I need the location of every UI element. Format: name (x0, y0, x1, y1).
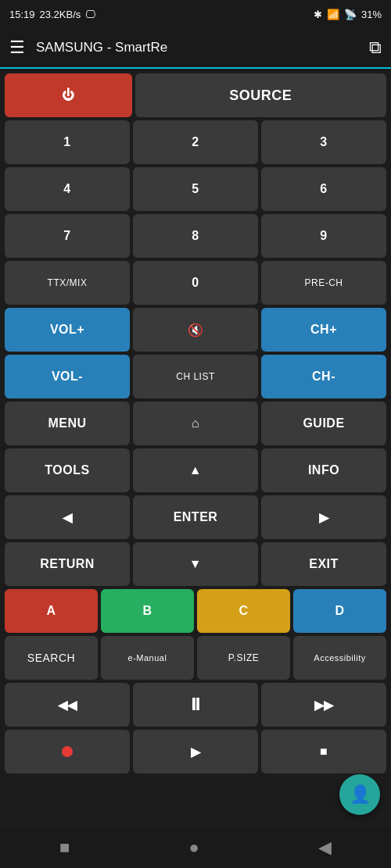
row-dpad: ◀ ENTER ▶ (5, 495, 386, 539)
row-vol-ch-minus: VOL- CH LIST CH- (5, 355, 386, 398)
stop-button[interactable]: ■ (261, 730, 386, 773)
fab-icon: 👤 (350, 784, 371, 805)
row-ttx: TTX/MIX 0 PRE-CH (5, 261, 386, 305)
ch-minus-button[interactable]: CH- (261, 355, 386, 398)
time: 15:19 (9, 9, 35, 20)
button-b[interactable]: B (101, 589, 194, 633)
button-a[interactable]: A (5, 589, 98, 633)
copy-icon[interactable]: ⧉ (369, 38, 382, 58)
menu-icon[interactable]: ☰ (9, 38, 25, 58)
screen-icon: 🖵 (85, 9, 95, 20)
vol-plus-button[interactable]: VOL+ (5, 308, 130, 352)
tools-button[interactable]: TOOLS (5, 448, 130, 492)
button-2[interactable]: 2 (133, 120, 258, 164)
button-6[interactable]: 6 (261, 167, 386, 211)
nav-bar: ■ ● ◀ (0, 827, 391, 868)
rewind-button[interactable]: ◀◀ (5, 683, 130, 727)
status-right: ✱ 📶 📡 31% (314, 9, 382, 20)
down-button[interactable]: ▼ (133, 542, 258, 586)
ch-plus-button[interactable]: CH+ (261, 308, 386, 352)
info-button[interactable]: INFO (261, 448, 386, 492)
row-123: 1 2 3 (5, 120, 386, 164)
accessibility-button[interactable]: Accessibility (293, 636, 386, 680)
row-power-source: ⏻ SOURCE (5, 73, 386, 117)
button-5[interactable]: 5 (133, 167, 258, 211)
row-789: 7 8 9 (5, 214, 386, 258)
chlist-button[interactable]: CH LIST (133, 355, 258, 398)
row-vol-ch-plus: VOL+ 🔇 CH+ (5, 308, 386, 352)
nav-back-icon[interactable]: ◀ (318, 838, 332, 858)
app-title: SAMSUNG - SmartRe (36, 40, 369, 55)
nav-square-icon[interactable]: ■ (59, 838, 70, 858)
status-bar: 15:19 23.2KB/s 🖵 ✱ 📶 📡 31% (0, 0, 391, 28)
record-dot-icon (62, 746, 73, 757)
ffwd-button[interactable]: ▶▶ (261, 683, 386, 727)
wifi-icon: 📡 (344, 9, 357, 20)
signal-icon: 📶 (327, 9, 339, 20)
button-7[interactable]: 7 (5, 214, 130, 258)
row-rewind: ◀◀ ⏸ ▶▶ (5, 683, 386, 727)
button-1[interactable]: 1 (5, 120, 130, 164)
vol-minus-button[interactable]: VOL- (5, 355, 130, 398)
button-3[interactable]: 3 (261, 120, 386, 164)
button-0[interactable]: 0 (133, 261, 258, 305)
row-tools: TOOLS ▲ INFO (5, 448, 386, 492)
fab-button[interactable]: 👤 (339, 774, 380, 815)
play-button[interactable]: ▶ (133, 730, 258, 773)
search-button[interactable]: SEARCH (5, 636, 98, 680)
source-button[interactable]: SOURCE (135, 73, 386, 117)
prech-button[interactable]: PRE-CH (261, 261, 386, 305)
ttxmix-button[interactable]: TTX/MIX (5, 261, 130, 305)
button-4[interactable]: 4 (5, 167, 130, 211)
network-speed: 23.2KB/s (40, 9, 81, 20)
status-left: 15:19 23.2KB/s 🖵 (9, 9, 95, 20)
psize-button[interactable]: P.SIZE (197, 636, 290, 680)
button-d[interactable]: D (293, 589, 386, 633)
bluetooth-icon: ✱ (314, 9, 322, 20)
menu-button[interactable]: MENU (5, 402, 130, 445)
remote-control: ⏻ SOURCE 1 2 3 4 5 6 7 8 9 TTX/MIX 0 PRE… (0, 69, 391, 827)
home-button[interactable]: ⌂ (133, 402, 258, 445)
row-return: RETURN ▼ EXIT (5, 542, 386, 586)
right-button[interactable]: ▶ (261, 495, 386, 539)
return-button[interactable]: RETURN (5, 542, 130, 586)
left-button[interactable]: ◀ (5, 495, 130, 539)
row-menu: MENU ⌂ GUIDE (5, 402, 386, 445)
battery: 31% (361, 9, 382, 20)
up-button[interactable]: ▲ (133, 448, 258, 492)
power-button[interactable]: ⏻ (5, 73, 132, 117)
row-search: SEARCH e-Manual P.SIZE Accessibility (5, 636, 386, 680)
emanual-button[interactable]: e-Manual (101, 636, 194, 680)
pause-button[interactable]: ⏸ (133, 683, 258, 727)
button-9[interactable]: 9 (261, 214, 386, 258)
nav-circle-icon[interactable]: ● (188, 838, 199, 858)
mute-button[interactable]: 🔇 (133, 308, 258, 352)
record-button[interactable] (5, 730, 130, 773)
button-c[interactable]: C (197, 589, 290, 633)
exit-button[interactable]: EXIT (261, 542, 386, 586)
enter-button[interactable]: ENTER (133, 495, 258, 539)
button-8[interactable]: 8 (133, 214, 258, 258)
guide-button[interactable]: GUIDE (261, 402, 386, 445)
row-abcd: A B C D (5, 589, 386, 633)
row-playback: ▶ ■ (5, 730, 386, 773)
row-456: 4 5 6 (5, 167, 386, 211)
top-bar: ☰ SAMSUNG - SmartRe ⧉ (0, 28, 391, 69)
